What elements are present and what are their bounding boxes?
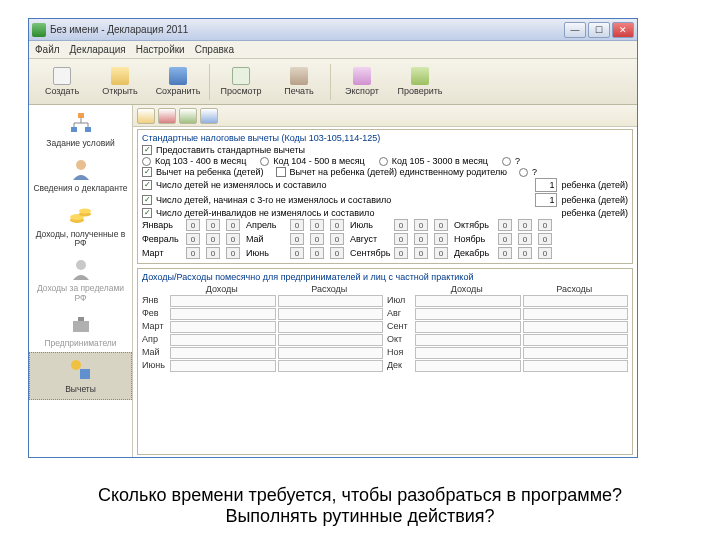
- cell-income[interactable]: [170, 347, 276, 359]
- table-row: Июнь: [142, 360, 383, 372]
- panel-btn-3[interactable]: [179, 108, 197, 124]
- cell-expense[interactable]: [523, 347, 629, 359]
- tb-save[interactable]: Сохранить: [149, 61, 207, 103]
- cell-expense[interactable]: [278, 334, 384, 346]
- cell-expense[interactable]: [278, 321, 384, 333]
- month-value[interactable]: 0: [518, 219, 532, 231]
- cell-income[interactable]: [415, 334, 521, 346]
- month-value[interactable]: 0: [226, 247, 240, 259]
- month-value[interactable]: 0: [206, 219, 220, 231]
- tb-check[interactable]: Проверить: [391, 61, 449, 103]
- month-value[interactable]: 0: [518, 233, 532, 245]
- month-value[interactable]: 0: [414, 219, 428, 231]
- cell-expense[interactable]: [523, 334, 629, 346]
- month-value[interactable]: 0: [290, 233, 304, 245]
- month-value[interactable]: 0: [434, 233, 448, 245]
- month-value[interactable]: 0: [498, 247, 512, 259]
- menu-help[interactable]: Справка: [195, 44, 234, 55]
- month-value[interactable]: 0: [310, 233, 324, 245]
- cb-n2[interactable]: [142, 195, 152, 205]
- cell-income[interactable]: [170, 360, 276, 372]
- cell-expense[interactable]: [523, 295, 629, 307]
- panel-toolbar: [133, 105, 637, 127]
- panel-btn-1[interactable]: [137, 108, 155, 124]
- sidebar-item-entrepreneurs[interactable]: Предприниматели: [29, 307, 132, 352]
- month-value[interactable]: 0: [414, 247, 428, 259]
- maximize-button[interactable]: ☐: [588, 22, 610, 38]
- month-value[interactable]: 0: [186, 233, 200, 245]
- menu-file[interactable]: Файл: [35, 44, 60, 55]
- cell-expense[interactable]: [523, 321, 629, 333]
- month-value[interactable]: 0: [394, 247, 408, 259]
- month-value[interactable]: 0: [226, 219, 240, 231]
- cb-n1[interactable]: [142, 180, 152, 190]
- sidebar-item-income-rf[interactable]: Доходы, полученные в РФ: [29, 198, 132, 253]
- panel-btn-4[interactable]: [200, 108, 218, 124]
- month-value[interactable]: 0: [206, 233, 220, 245]
- month-value[interactable]: 0: [434, 247, 448, 259]
- month-value[interactable]: 0: [226, 233, 240, 245]
- cell-income[interactable]: [170, 334, 276, 346]
- menu-declaration[interactable]: Декларация: [70, 44, 126, 55]
- month-value[interactable]: 0: [290, 219, 304, 231]
- tb-preview[interactable]: Просмотр: [212, 61, 270, 103]
- panel-btn-2[interactable]: [158, 108, 176, 124]
- spn-n2[interactable]: 1: [535, 193, 557, 207]
- rb-q2[interactable]: [519, 168, 528, 177]
- rb-104[interactable]: [260, 157, 269, 166]
- cell-income[interactable]: [415, 360, 521, 372]
- table-row: Фев: [142, 308, 383, 320]
- month-value[interactable]: 0: [290, 247, 304, 259]
- close-button[interactable]: ✕: [612, 22, 634, 38]
- cell-expense[interactable]: [278, 360, 384, 372]
- cb-child[interactable]: [142, 167, 152, 177]
- month-value[interactable]: 0: [394, 219, 408, 231]
- month-value[interactable]: 0: [414, 233, 428, 245]
- month-value[interactable]: 0: [394, 233, 408, 245]
- cb-grant[interactable]: [142, 145, 152, 155]
- month-value[interactable]: 0: [330, 233, 344, 245]
- month-value[interactable]: 0: [330, 247, 344, 259]
- month-value[interactable]: 0: [498, 233, 512, 245]
- month-value[interactable]: 0: [206, 247, 220, 259]
- cell-income[interactable]: [170, 321, 276, 333]
- rb-105[interactable]: [379, 157, 388, 166]
- month-value[interactable]: 0: [538, 219, 552, 231]
- cell-income[interactable]: [415, 295, 521, 307]
- rb-q[interactable]: [502, 157, 511, 166]
- cb-child-single[interactable]: [276, 167, 286, 177]
- sidebar-item-conditions[interactable]: Задание условий: [29, 107, 132, 152]
- month-value[interactable]: 0: [186, 247, 200, 259]
- month-value[interactable]: 0: [538, 247, 552, 259]
- sidebar-item-declarant[interactable]: Сведения о декларанте: [29, 152, 132, 197]
- cell-expense[interactable]: [523, 308, 629, 320]
- menu-settings[interactable]: Настройки: [136, 44, 185, 55]
- month-value[interactable]: 0: [434, 219, 448, 231]
- cell-expense[interactable]: [523, 360, 629, 372]
- cell-expense[interactable]: [278, 347, 384, 359]
- rb-103[interactable]: [142, 157, 151, 166]
- sidebar-item-income-foreign[interactable]: Доходы за пределами РФ: [29, 252, 132, 307]
- month-value[interactable]: 0: [186, 219, 200, 231]
- tb-new[interactable]: Создать: [33, 61, 91, 103]
- minimize-button[interactable]: —: [564, 22, 586, 38]
- cell-income[interactable]: [170, 295, 276, 307]
- cell-income[interactable]: [415, 321, 521, 333]
- cb-n3[interactable]: [142, 208, 152, 218]
- cell-income[interactable]: [170, 308, 276, 320]
- cell-income[interactable]: [415, 347, 521, 359]
- cell-income[interactable]: [415, 308, 521, 320]
- tb-export[interactable]: Экспорт: [333, 61, 391, 103]
- month-value[interactable]: 0: [310, 219, 324, 231]
- tb-open[interactable]: Открыть: [91, 61, 149, 103]
- month-value[interactable]: 0: [538, 233, 552, 245]
- month-value[interactable]: 0: [498, 219, 512, 231]
- month-value[interactable]: 0: [330, 219, 344, 231]
- month-value[interactable]: 0: [518, 247, 532, 259]
- sidebar-item-deductions[interactable]: Вычеты: [29, 352, 132, 399]
- spn-n1[interactable]: 1: [535, 178, 557, 192]
- month-value[interactable]: 0: [310, 247, 324, 259]
- cell-expense[interactable]: [278, 295, 384, 307]
- cell-expense[interactable]: [278, 308, 384, 320]
- tb-print[interactable]: Печать: [270, 61, 328, 103]
